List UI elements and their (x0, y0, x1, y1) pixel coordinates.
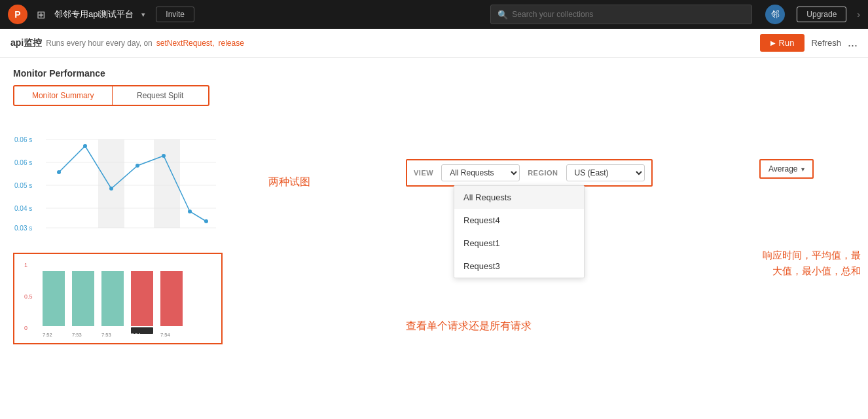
chart-dot-3 (109, 187, 113, 191)
annotation-two-views: 两种试图 (268, 175, 310, 189)
more-options-icon[interactable]: ... (848, 36, 858, 50)
release-link[interactable]: release (218, 39, 244, 48)
bar-x-label-5b: PM (160, 337, 168, 338)
bar-x-label-4b: PM (131, 337, 138, 338)
chart-highlight-col2 (154, 139, 180, 228)
search-box[interactable]: 🔍 (490, 5, 752, 24)
chart-dot-2 (83, 144, 87, 148)
chart-line (59, 146, 206, 221)
nav-more-icon[interactable]: › (857, 9, 860, 20)
main-content: Monitor Performance Monitor Summary Requ… (0, 58, 868, 355)
dropdown-item-request1[interactable]: Request1 (454, 232, 584, 255)
chart-highlight-col1 (98, 139, 124, 228)
bar-y-label-1: 1 (24, 262, 27, 268)
monitor-desc: Runs every hour every day, on (46, 39, 153, 48)
grid-icon: ⊞ (37, 9, 45, 21)
bar-1 (43, 271, 65, 326)
view-region-controls: VIEW All Requests REGION US (East) (406, 159, 653, 187)
y-label-3: 0.05 s (14, 182, 32, 189)
bar-2 (72, 271, 94, 326)
region-select[interactable]: US (East) (566, 164, 645, 181)
annotation-view-request: 查看单个请求还是所有请求 (406, 319, 532, 333)
workspace-chevron-icon: ▾ (141, 10, 145, 19)
dropdown-item-request3[interactable]: Request3 (454, 255, 584, 278)
play-icon: ▶ (770, 39, 776, 46)
logo-text: P (14, 9, 20, 20)
line-chart: 0.06 s 0.06 s 0.05 s 0.04 s 0.03 s (13, 117, 223, 247)
request-split-tab[interactable]: Request Split (113, 86, 209, 105)
workspace-name: 邻邻专用api测试平台 (54, 9, 134, 20)
average-label: Average (769, 164, 797, 173)
chart-dot-5 (162, 154, 166, 158)
region-label: REGION (528, 169, 558, 177)
user-avatar[interactable]: 邻 (765, 5, 785, 24)
upgrade-button[interactable]: Upgrade (797, 7, 846, 22)
bar-3 (101, 271, 124, 326)
view-select[interactable]: All Requests (441, 164, 520, 181)
chart-dot-6 (188, 210, 192, 213)
monitor-name: api监控 (10, 37, 42, 49)
line-chart-svg: 0.06 s 0.06 s 0.05 s 0.04 s 0.03 s (13, 117, 223, 247)
dropdown-item-request4[interactable]: Request4 (454, 209, 584, 232)
refresh-button[interactable]: Refresh (811, 38, 841, 48)
monitor-summary-tab[interactable]: Monitor Summary (14, 86, 112, 105)
y-label-5: 0.03 s (14, 225, 32, 232)
bar-4-highlight (131, 271, 153, 326)
average-control[interactable]: Average ▾ (759, 159, 814, 179)
bar-x-label-3b: PM (101, 337, 109, 338)
header-actions: ▶ Run Refresh ... (760, 34, 858, 52)
bar-x-label-1b: PM (43, 337, 50, 338)
y-label-4: 0.04 s (14, 205, 32, 212)
search-icon: 🔍 (497, 10, 508, 20)
view-label: VIEW (414, 169, 433, 177)
bar-chart-container: 1 0.5 0 7:52 PM 7:53 PM 7:53 PM 7:54 (13, 253, 223, 344)
sub-header: api监控 Runs every hour every day, on setN… (0, 29, 868, 58)
dropdown-item-all-requests[interactable]: All Requests (454, 186, 584, 209)
run-button[interactable]: ▶ Run (760, 34, 805, 52)
search-input[interactable] (512, 10, 745, 19)
bar-chart-svg: 1 0.5 0 7:52 PM 7:53 PM 7:53 PM 7:54 (20, 259, 216, 338)
chart-dot-1 (57, 170, 61, 174)
monitor-performance-section: Monitor Performance Monitor Summary Requ… (13, 68, 275, 344)
y-label-1: 0.06 s (14, 136, 32, 143)
app-logo: P (8, 5, 27, 24)
bar-y-label-2: 0.5 (24, 293, 33, 300)
annotation-response-info: 响应时间，平均值，最大值，最小值，总和 (756, 247, 861, 279)
set-next-request-link[interactable]: setNextRequest, (156, 39, 215, 48)
bar-5 (160, 271, 183, 326)
average-chevron-icon: ▾ (801, 166, 805, 173)
view-dropdown-menu: All Requests Request4 Request1 Request3 (454, 185, 585, 278)
view-toggle: Monitor Summary Request Split (13, 85, 209, 106)
bar-x-label-2b: PM (72, 337, 79, 338)
y-label-2: 0.06 s (14, 159, 32, 166)
chart-dot-7 (204, 219, 208, 223)
top-navigation: P ⊞ 邻邻专用api测试平台 ▾ Invite 🔍 邻 Upgrade › (0, 0, 868, 29)
bar-y-label-3: 0 (24, 325, 27, 331)
monitor-performance-title: Monitor Performance (13, 68, 275, 79)
invite-button[interactable]: Invite (156, 7, 194, 22)
chart-dot-4 (136, 164, 139, 168)
